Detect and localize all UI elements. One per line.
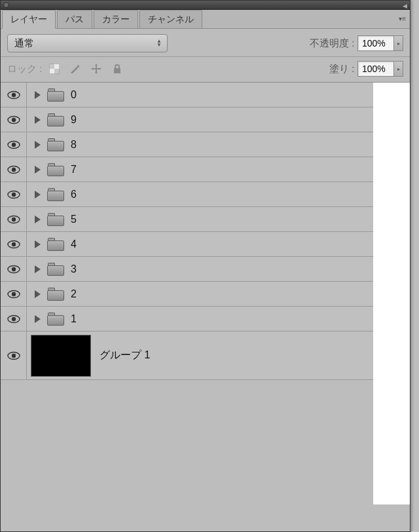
visibility-toggle[interactable] [1,257,27,281]
layer-row[interactable]: 0 [1,83,373,107]
visibility-toggle[interactable] [1,107,27,132]
svg-rect-2 [54,64,60,69]
visibility-toggle[interactable] [1,157,27,181]
layer-thumbnail[interactable] [31,335,90,376]
layer-name[interactable]: グループ 1 [100,349,150,362]
layer-row[interactable]: 8 [1,132,373,157]
svg-point-22 [11,267,15,271]
opacity-label: 不透明度 : [310,37,354,48]
updown-icon: ▲▼ [156,39,162,47]
svg-rect-1 [54,69,60,74]
eye-icon [7,314,20,324]
blend-opacity-row: 通常 ▲▼ 不透明度 : ▸ [1,29,410,57]
collapse-arrow-icon[interactable]: ◀ [403,3,407,9]
eye-icon [7,115,20,124]
disclosure-triangle-icon[interactable] [35,290,41,298]
fill-input[interactable] [357,61,394,77]
folder-icon [47,113,64,126]
lock-transparency-icon[interactable] [48,63,60,75]
tab-paths[interactable]: パス [57,10,92,28]
svg-rect-0 [49,64,54,69]
disclosure-triangle-icon[interactable] [35,315,41,323]
tab-channels[interactable]: チャンネル [139,10,202,28]
disclosure-triangle-icon[interactable] [35,240,41,248]
opacity-dropdown-icon[interactable]: ▸ [394,35,403,51]
visibility-toggle[interactable] [1,207,27,231]
visibility-toggle[interactable] [1,232,27,256]
visibility-toggle[interactable] [1,132,27,157]
layer-name[interactable]: 9 [71,114,77,126]
layer-row[interactable]: 4 [1,232,373,257]
close-dot-icon[interactable] [3,2,9,8]
eye-icon [7,351,20,360]
lock-icon-group [48,63,123,75]
folder-icon [47,313,64,326]
folder-icon [47,138,64,151]
svg-point-18 [11,217,15,221]
svg-rect-6 [114,68,120,73]
visibility-toggle[interactable] [1,282,27,306]
eye-icon [7,140,20,149]
svg-point-16 [11,192,15,196]
fill-dropdown-icon[interactable]: ▸ [394,61,403,77]
disclosure-triangle-icon[interactable] [35,166,41,174]
svg-point-8 [11,92,15,96]
layer-name[interactable]: 2 [71,288,77,300]
layer-row[interactable]: 7 [1,157,373,182]
folder-icon [47,288,64,301]
eye-icon [7,290,20,299]
disclosure-triangle-icon[interactable] [35,265,41,273]
layer-name[interactable]: 0 [71,89,77,101]
eye-icon [7,90,20,100]
disclosure-triangle-icon[interactable] [35,91,41,99]
svg-point-12 [11,142,15,146]
layer-row-group[interactable]: グループ 1 [1,332,373,380]
folder-icon [47,238,64,251]
svg-point-10 [11,117,15,121]
panel-menu-icon[interactable]: ▾≡ [399,15,406,22]
folder-icon [47,163,64,176]
layer-name[interactable]: 5 [71,214,77,225]
lock-all-icon[interactable] [111,63,123,75]
visibility-toggle[interactable] [1,83,27,107]
eye-icon [7,240,20,249]
visibility-toggle[interactable] [1,307,27,331]
disclosure-triangle-icon[interactable] [35,116,41,124]
opacity-group: 不透明度 : ▸ [310,35,403,51]
layer-name[interactable]: 1 [71,313,77,325]
layer-list: 0987654321 [1,83,373,332]
lock-paint-icon[interactable] [69,63,81,75]
panel-titlebar[interactable]: ◀ [1,1,410,10]
svg-point-24 [11,292,15,295]
opacity-input[interactable] [357,35,394,51]
blend-mode-select[interactable]: 通常 ▲▼ [7,34,168,52]
tab-color[interactable]: カラー [94,10,138,28]
layer-row[interactable]: 1 [1,307,373,332]
layer-row[interactable]: 6 [1,182,373,207]
svg-point-20 [11,242,15,246]
visibility-toggle[interactable] [1,332,27,379]
lock-move-icon[interactable] [90,63,102,75]
tab-layers[interactable]: レイヤー [2,10,56,29]
layer-row[interactable]: 5 [1,207,373,232]
layer-row[interactable]: 3 [1,257,373,282]
layer-row[interactable]: 9 [1,107,373,132]
layer-name[interactable]: 7 [71,164,77,176]
layer-row[interactable]: 2 [1,282,373,307]
disclosure-triangle-icon[interactable] [35,216,41,223]
fill-label: 塗り : [329,63,354,74]
layer-name[interactable]: 4 [71,238,77,250]
lock-fill-row: ロック : 塗り : ▸ [1,57,410,83]
tab-bar: レイヤー パス カラー チャンネル ▾≡ [1,10,410,29]
layer-name[interactable]: 6 [71,189,77,200]
visibility-toggle[interactable] [1,182,27,206]
layer-name[interactable]: 3 [71,263,77,275]
fill-group: 塗り : ▸ [329,61,403,77]
folder-icon [47,263,64,276]
disclosure-triangle-icon[interactable] [35,141,41,149]
eye-icon [7,265,20,274]
svg-point-28 [11,353,15,357]
layer-name[interactable]: 8 [71,139,77,151]
disclosure-triangle-icon[interactable] [35,191,41,199]
eye-icon [7,165,20,174]
